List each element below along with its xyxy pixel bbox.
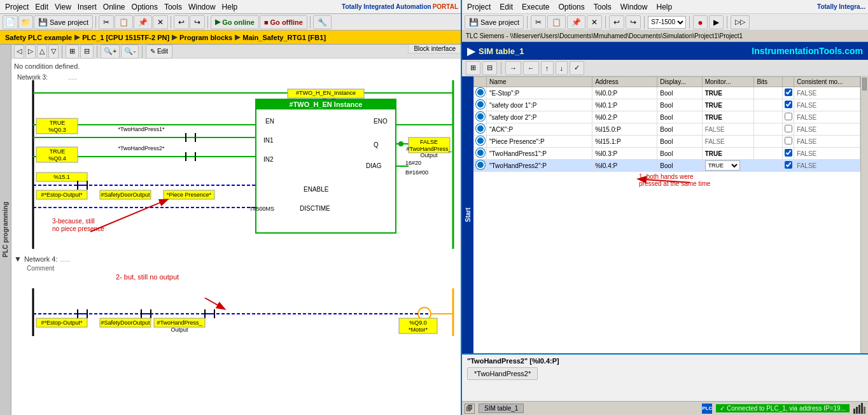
ladder-tb-btn-5[interactable]: ⊞ <box>66 45 79 59</box>
new-button[interactable]: 📄 <box>3 15 18 29</box>
menu-view[interactable]: View <box>52 1 74 13</box>
sim-arrow-right[interactable]: → <box>505 61 521 75</box>
menu-tools[interactable]: Tools <box>162 1 185 13</box>
menu-project[interactable]: Project <box>3 1 31 13</box>
row-display-2: Bool <box>657 111 702 123</box>
ladder-zoom-out[interactable]: 🔍- <box>121 45 139 59</box>
row-checkbox-5[interactable] <box>783 148 794 160</box>
checkbox-0[interactable] <box>785 88 792 96</box>
no-condition-text: No condition defined. <box>14 62 458 70</box>
ladder-tb-btn-3[interactable]: △ <box>37 45 47 59</box>
sim-table-row-1[interactable]: "safety door 1":P%I0.1:PBoolTRUEFALSE <box>474 99 860 111</box>
right-paste-btn[interactable]: 📌 <box>567 15 585 29</box>
sim-table-row-4[interactable]: "Piece Presence":P%I15.1:PBoolFALSEFALSE <box>474 136 860 148</box>
right-menu-options[interactable]: Options <box>556 1 587 13</box>
sim-arrow-left[interactable]: ← <box>523 61 539 75</box>
sim-add-row[interactable]: ⊞ <box>466 61 480 75</box>
row-checkbox-1[interactable] <box>783 99 794 111</box>
go-offline-button[interactable]: ■ Go offline <box>260 15 307 29</box>
open-button[interactable]: 📁 <box>18 15 33 29</box>
col-display[interactable]: Display... <box>657 77 702 87</box>
more-tools-button[interactable]: 🔧 <box>313 15 332 29</box>
ladder-tb-btn-2[interactable]: ▷ <box>25 45 36 59</box>
sim-table-tab[interactable]: SIM table_1 <box>479 404 524 413</box>
row-monitor-6[interactable]: TRUE <box>702 160 754 172</box>
copy-button[interactable]: 📋 <box>115 15 133 29</box>
checkbox-5[interactable] <box>785 149 792 157</box>
sim-table-row-6[interactable]: "TwoHandPress2":P%I0.4:PBoolTRUEFALSE <box>474 160 860 172</box>
monitor-select-6[interactable]: TRUE <box>705 160 740 171</box>
checkbox-2[interactable] <box>785 113 792 120</box>
sim-arrow-down[interactable]: ↓ <box>556 61 568 75</box>
go-online-button[interactable]: ▶ Go online <box>211 15 259 29</box>
row-icon-1 <box>474 99 487 111</box>
bc-item-2[interactable]: Program blocks <box>179 34 232 41</box>
svg-line-94 <box>645 179 690 186</box>
col-monitor[interactable]: Monitor... <box>702 77 754 87</box>
status-bar: 🗐 SIM table_1 PLC ✓ Connected to PLC_1, … <box>462 401 868 415</box>
checkbox-1[interactable] <box>785 101 792 108</box>
ladder-zoom-in[interactable]: 🔍+ <box>101 45 120 59</box>
delete-button[interactable]: ✕ <box>153 15 168 29</box>
bc-item-1[interactable]: PLC_1 [CPU 1515TF-2 PN] <box>82 34 169 41</box>
ladder-tb-btn-1[interactable]: ◁ <box>14 45 24 59</box>
right-menu-help[interactable]: Help <box>654 1 675 13</box>
checkbox-4[interactable] <box>785 137 792 144</box>
right-cut-btn[interactable]: ✂ <box>531 15 546 29</box>
row-name-1: "safety door 1":P <box>487 99 592 111</box>
checkbox-3[interactable] <box>785 125 792 132</box>
sim-table-row-0[interactable]: "E-Stop":P%I0.0:PBoolTRUEFALSE <box>474 87 860 99</box>
sim-arrow-up[interactable]: ↑ <box>541 61 554 75</box>
right-menu-execute[interactable]: Execute <box>519 1 552 13</box>
menu-insert[interactable]: Insert <box>75 1 99 13</box>
plc-model-select[interactable]: S7-1500 <box>648 16 686 29</box>
right-menu-window[interactable]: Window <box>618 1 650 13</box>
svg-text:*Piece Presence*: *Piece Presence* <box>167 192 212 198</box>
menu-window[interactable]: Window <box>186 1 218 13</box>
menu-edit[interactable]: Edit <box>32 1 51 13</box>
cut-button[interactable]: ✂ <box>99 15 114 29</box>
sim-table-row-3[interactable]: "ACK":P%I15.0:PBoolFALSEFALSE <box>474 123 860 136</box>
col-address[interactable]: Address <box>592 77 657 87</box>
sim-toolbar: ⊞ ⊟ → ← ↑ ↓ ✓ <box>462 60 868 76</box>
right-menu-tools[interactable]: Tools <box>591 1 614 13</box>
ladder-tb-btn-6[interactable]: ⊟ <box>80 45 94 59</box>
bc-item-0[interactable]: Safety PLC example <box>5 34 72 41</box>
right-delete-btn[interactable]: ✕ <box>587 15 602 29</box>
record-btn[interactable]: ● <box>693 15 707 29</box>
right-copy-btn[interactable]: 📋 <box>547 15 566 29</box>
row-checkbox-3[interactable] <box>783 123 794 136</box>
right-menu-edit[interactable]: Edit <box>497 1 515 13</box>
right-save-btn[interactable]: 💾 Save project <box>465 15 524 29</box>
redo-button[interactable]: ↪ <box>190 15 205 29</box>
right-more-btn[interactable]: ▶ <box>709 15 724 29</box>
row-checkbox-6[interactable] <box>783 160 794 172</box>
undo-button[interactable]: ↩ <box>174 15 189 29</box>
col-name[interactable]: Name <box>487 77 592 87</box>
sim-table-row-5[interactable]: "TwoHandPress1":P%I0.3:PBoolTRUEFALSE <box>474 148 860 160</box>
checkbox-6[interactable] <box>785 161 792 169</box>
menu-options[interactable]: Options <box>129 1 160 13</box>
col-bits[interactable]: Bits <box>754 77 783 87</box>
menu-help[interactable]: Help <box>220 1 241 13</box>
col-consistent[interactable]: Consistent mo... <box>794 77 860 87</box>
ladder-edit-btn[interactable]: ✎ Edit <box>146 45 172 59</box>
right-undo-btn[interactable]: ↩ <box>609 15 624 29</box>
right-arrow-btn[interactable]: ▷▷ <box>731 15 750 29</box>
right-menu-project[interactable]: Project <box>465 1 493 13</box>
row-checkbox-4[interactable] <box>783 136 794 148</box>
save-button[interactable]: 💾 Save project <box>34 15 93 29</box>
detail-button[interactable]: *TwoHandPress2* <box>467 367 538 380</box>
right-scrollbar[interactable] <box>860 76 868 353</box>
row-checkbox-0[interactable] <box>783 87 794 99</box>
sim-table-row-2[interactable]: "safety door 2":P%I0.2:PBoolTRUEFALSE <box>474 111 860 123</box>
right-redo-btn[interactable]: ↪ <box>626 15 641 29</box>
detail-panel: "TwoHandPress2" [%I0.4:P] *TwoHandPress2… <box>462 353 868 401</box>
bc-item-3[interactable]: Main_Safety_RTG1 [FB1] <box>242 34 326 41</box>
sim-delete-row[interactable]: ⊟ <box>482 61 497 75</box>
menu-online[interactable]: Online <box>101 1 128 13</box>
paste-button[interactable]: 📌 <box>134 15 152 29</box>
row-checkbox-2[interactable] <box>783 111 794 123</box>
sim-check-btn[interactable]: ✓ <box>570 61 584 75</box>
ladder-tb-btn-4[interactable]: ▽ <box>48 45 59 59</box>
